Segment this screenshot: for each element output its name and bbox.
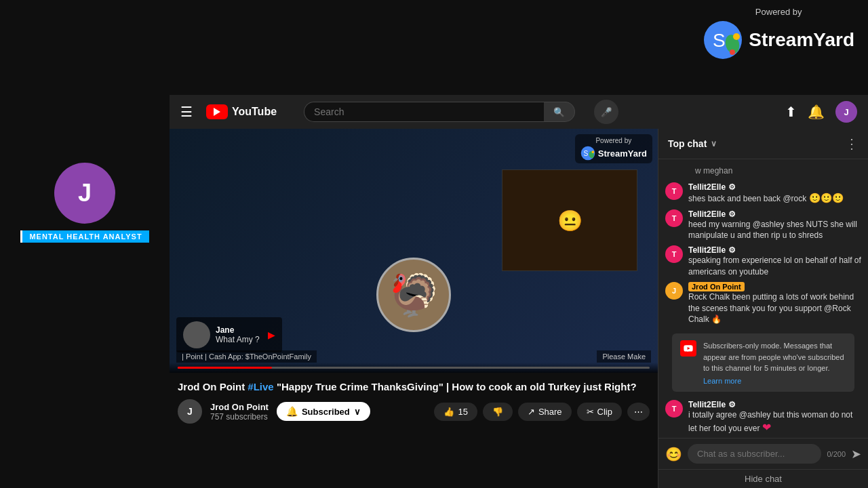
video-sy-overlay: Powered by S StreamYard (575, 134, 652, 163)
chat-avatar: T (665, 400, 683, 418)
chat-message-content: Jrod On Point Rock Chalk been putting a … (688, 282, 861, 325)
clip-button[interactable]: ✂ Clip (577, 403, 622, 421)
upload-icon[interactable]: ⬆ (785, 104, 797, 120)
subscribe-button[interactable]: 🔔 Subscribed ∨ (277, 402, 370, 421)
jane-comment-overlay: Jane What Amy ? ▶ (176, 317, 282, 352)
chat-input[interactable] (688, 444, 821, 464)
youtube-play-icon (206, 104, 228, 119)
video-controls[interactable] (170, 363, 658, 373)
sub-only-notice: Subscribers-only mode. Messages that app… (672, 333, 854, 392)
progress-bar[interactable] (178, 367, 650, 369)
user-avatar: J (54, 163, 115, 224)
search-button[interactable]: 🔍 (544, 102, 575, 122)
top-chat-label: Top chat (668, 138, 707, 149)
chat-chevron-icon[interactable]: ∨ (711, 139, 717, 148)
mic-button[interactable]: 🎤 (594, 100, 618, 124)
heart-emoji: ❤ (762, 422, 771, 433)
chat-message-content: Tellit2Elle ⚙ heed my warning @ashley sh… (688, 209, 861, 242)
chat-username: Tellit2Elle ⚙ (688, 209, 861, 219)
chat-header-left: Top chat ∨ (668, 138, 717, 149)
video-sy-icon: S (580, 146, 595, 161)
pip-content: 😐 (502, 170, 637, 270)
powered-by-label: Powered by (703, 7, 854, 17)
pip-face: 😐 (557, 209, 583, 232)
subscriber-count: 757 subscribers (210, 412, 269, 422)
svg-point-4 (730, 49, 735, 55)
more-button[interactable]: ⋯ (627, 403, 650, 421)
char-count: 0/200 (827, 450, 846, 458)
chat-message: T Tellit2Elle ⚙ i totally agree @ashley … (665, 400, 861, 436)
emoji: 🙂🙂🙂 (809, 192, 844, 203)
verified-icon: ⚙ (728, 182, 736, 192)
jane-avatar (183, 321, 210, 348)
youtube-header: ☰ YouTube 🔍 🎤 ⬆ 🔔 J (170, 95, 868, 129)
chat-message-text: Rock Chalk been putting a lots of work b… (688, 291, 861, 325)
chat-message: T Tellit2Elle ⚙ shes back and been back … (665, 182, 861, 205)
progress-fill (178, 367, 272, 369)
chat-message-text: i totally agree @ashley but this woman d… (688, 409, 861, 436)
chat-username: Tellit2Elle ⚙ (688, 182, 861, 192)
share-icon: ↗ (528, 407, 535, 417)
share-button[interactable]: ↗ Share (518, 403, 572, 421)
video-section: Powered by S StreamYard 🦃 (170, 129, 658, 488)
video-pip: 😐 (502, 169, 637, 271)
streamyard-name: StreamYard (749, 29, 854, 51)
channel-avatar[interactable]: J (178, 399, 202, 424)
like-button[interactable]: 👍 15 (434, 403, 477, 421)
chat-avatar: T (665, 182, 683, 200)
please-make-banner: Please Make (597, 350, 651, 363)
live-hashtag[interactable]: #Live (248, 381, 273, 392)
like-icon: 👍 (443, 407, 454, 417)
chat-username: Jrod On Point (688, 282, 861, 291)
chat-input-area: 😊 0/200 ➤ (658, 438, 868, 469)
sub-only-icon (680, 340, 696, 357)
menu-icon[interactable]: ☰ (180, 104, 193, 120)
cashapp-banner: | Point | Cash App: $TheOnPointFamily (176, 350, 317, 363)
chat-avatar: T (665, 245, 683, 263)
video-banner: | Point | Cash App: $TheOnPointFamily Pl… (170, 350, 658, 363)
subscribe-label: Subscribed (302, 407, 350, 417)
title-prefix: Jrod On Point (178, 381, 248, 392)
subscribe-chevron: ∨ (354, 407, 361, 417)
search-input[interactable] (304, 102, 544, 122)
verified-icon: ⚙ (728, 400, 736, 409)
dislike-icon: 👎 (492, 407, 503, 417)
chat-message-content: Tellit2Elle ⚙ shes back and been back @r… (688, 182, 861, 205)
emoji-button[interactable]: 😊 (665, 446, 682, 462)
hide-chat-button[interactable]: Hide chat (658, 469, 868, 488)
analyst-title: MENTAL HEALTH ANALYST (20, 230, 149, 243)
streamyard-watermark: Powered by S StreamYard (703, 7, 854, 60)
learn-more-link[interactable]: Learn more (703, 377, 846, 385)
streamyard-icon: S (703, 20, 743, 60)
video-sy-logo: S StreamYard (580, 146, 647, 161)
channel-name[interactable]: Jrod On Point (210, 402, 269, 412)
user-avatar-header[interactable]: J (835, 101, 857, 123)
chat-avatar: T (665, 209, 683, 227)
chat-message-content: Tellit2Elle ⚙ i totally agree @ashley bu… (688, 400, 861, 436)
video-meta: J Jrod On Point 757 subscribers 🔔 Subscr… (178, 399, 650, 424)
clip-icon: ✂ (587, 407, 594, 417)
send-button[interactable]: ➤ (851, 447, 861, 462)
chat-message-text: shes back and been back @rock 🙂🙂🙂 (688, 192, 861, 205)
bell-icon[interactable]: 🔔 (808, 104, 825, 120)
chat-message: T Tellit2Elle ⚙ heed my warning @ashley … (665, 209, 861, 242)
jane-text: Jane What Amy ? (216, 325, 260, 344)
youtube-logo-text: YouTube (232, 106, 277, 118)
chat-message-text: heed my warning @ashley shes NUTS she wi… (688, 219, 861, 242)
dislike-button[interactable]: 👎 (483, 403, 513, 421)
chat-more-button[interactable]: ⋮ (845, 136, 859, 152)
svg-text:S: S (713, 30, 726, 51)
chat-message-content: Tellit2Elle ⚙ speaking from experience l… (688, 245, 861, 278)
main-content: Powered by S StreamYard 🦃 (170, 129, 868, 488)
video-player[interactable]: Powered by S StreamYard 🦃 (170, 129, 658, 373)
title-suffix: "Happy True Crime ThanksGiving" | How to… (277, 381, 637, 392)
search-area: 🔍 (304, 102, 575, 122)
chat-header: Top chat ∨ ⋮ (658, 129, 868, 159)
video-sy-text: StreamYard (598, 148, 647, 159)
youtube-logo[interactable]: YouTube (206, 104, 277, 119)
subscribe-bell-icon: 🔔 (286, 406, 298, 417)
youtube-small-icon: ▶ (268, 329, 275, 340)
highlighted-username: Jrod On Point (688, 282, 745, 291)
verified-icon: ⚙ (728, 245, 736, 255)
jane-message: What Amy ? (216, 335, 260, 344)
